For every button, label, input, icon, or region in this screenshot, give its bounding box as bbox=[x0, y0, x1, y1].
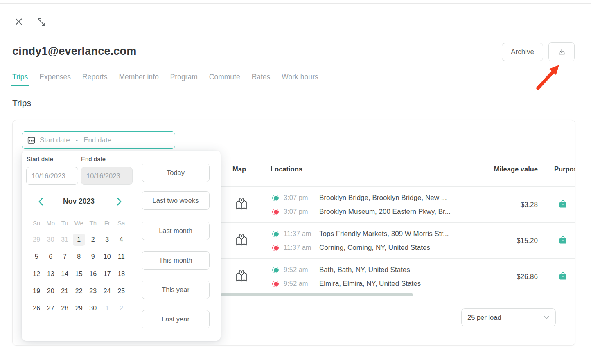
calendar-day[interactable]: 26 bbox=[29, 300, 44, 317]
calendar-day[interactable]: 3 bbox=[100, 231, 115, 248]
quick-range-this-month[interactable]: This month bbox=[142, 251, 210, 270]
column-header-map: Map bbox=[232, 165, 246, 173]
tab-member-info[interactable]: Member info bbox=[119, 73, 158, 87]
briefcase-business-icon bbox=[559, 200, 567, 208]
calendar-day[interactable]: 15 bbox=[72, 265, 86, 283]
trip-purpose-button[interactable] bbox=[559, 236, 567, 246]
tab-trips[interactable]: Trips bbox=[12, 73, 28, 87]
tab-expenses[interactable]: Expenses bbox=[39, 73, 71, 87]
next-month-button[interactable] bbox=[114, 196, 124, 208]
calendar-day[interactable]: 1 bbox=[72, 231, 86, 248]
column-header-mileage-value: Mileage value bbox=[463, 165, 538, 173]
tab-commute[interactable]: Commute bbox=[209, 73, 240, 87]
trip-map-thumbnail[interactable] bbox=[235, 269, 248, 284]
calendar-day[interactable]: 13 bbox=[44, 265, 58, 283]
calendar-day[interactable]: 5 bbox=[29, 248, 44, 265]
chevron-right-icon bbox=[116, 197, 122, 206]
trip-purpose-button[interactable] bbox=[559, 272, 567, 282]
trips-card: Map Locations Mileage value Purpose 3:07… bbox=[12, 120, 575, 346]
tab-reports[interactable]: Reports bbox=[82, 73, 107, 87]
calendar-day[interactable]: 30 bbox=[44, 231, 58, 248]
calendar-day[interactable]: 19 bbox=[29, 283, 44, 300]
calendar-day[interactable]: 10 bbox=[100, 248, 115, 265]
horizontal-scrollbar[interactable] bbox=[221, 293, 413, 296]
calendar-day[interactable]: 23 bbox=[86, 283, 100, 300]
per-page-value: 25 per load bbox=[467, 314, 544, 321]
trip-start-location: Bath, Bath, NY, United States bbox=[319, 266, 410, 274]
quick-range-today[interactable]: Today bbox=[142, 164, 210, 182]
calendar-day[interactable]: 1 bbox=[100, 300, 115, 317]
calendar-day[interactable]: 27 bbox=[44, 300, 58, 317]
trips-table: 3:07 pm Brooklyn Bridge, Brooklyn Bridge… bbox=[221, 186, 575, 294]
quick-range-last-year[interactable]: Last year bbox=[142, 310, 210, 328]
tabs-divider bbox=[2, 87, 591, 87]
trip-row[interactable]: 11:37 am Tops Friendly Markets, 309 W Mo… bbox=[221, 222, 575, 258]
tab-label: Rates bbox=[252, 73, 271, 81]
calendar-day[interactable]: 14 bbox=[58, 265, 72, 283]
trip-mileage-value: $26.86 bbox=[463, 273, 538, 281]
calendar-day[interactable]: 4 bbox=[114, 231, 129, 248]
calendar-day[interactable]: 28 bbox=[58, 300, 72, 317]
date-picker-popover: Start date End date Nov 2023 SuMoTuWeThF… bbox=[22, 151, 221, 341]
calendar-day[interactable]: 11 bbox=[114, 248, 129, 265]
calendar-day[interactable]: 18 bbox=[114, 265, 129, 283]
calendar-day[interactable]: 21 bbox=[58, 283, 72, 300]
download-button[interactable] bbox=[548, 42, 575, 61]
tab-label: Reports bbox=[82, 73, 107, 81]
calendar-day[interactable]: 30 bbox=[86, 300, 100, 317]
calendar-day[interactable]: 8 bbox=[72, 248, 86, 265]
drawer-left-border bbox=[2, 4, 2, 364]
calendar-day[interactable]: 25 bbox=[114, 283, 129, 300]
trip-mileage-value: $15.20 bbox=[463, 237, 538, 245]
tab-rates[interactable]: Rates bbox=[252, 73, 271, 87]
calendar-day[interactable]: 24 bbox=[100, 283, 115, 300]
quick-range-last-month[interactable]: Last month bbox=[142, 222, 210, 240]
calendar-day[interactable]: 29 bbox=[72, 300, 86, 317]
calendar-day[interactable]: 2 bbox=[114, 300, 129, 317]
per-page-select[interactable]: 25 per load bbox=[461, 308, 556, 326]
page-title: Trips bbox=[12, 98, 31, 108]
weekday-label: Th bbox=[86, 217, 100, 229]
date-range-separator: - bbox=[76, 137, 78, 144]
calendar-day[interactable]: 7 bbox=[58, 248, 72, 265]
trip-map-thumbnail[interactable] bbox=[235, 197, 248, 212]
trip-start-location: Brooklyn Bridge, Brooklyn Bridge, New ..… bbox=[319, 194, 447, 202]
end-date-placeholder: End date bbox=[83, 136, 111, 144]
calendar-weekday-row: SuMoTuWeThFrSa bbox=[29, 217, 129, 229]
trip-row[interactable]: 9:52 am Bath, Bath, NY, United States 9:… bbox=[221, 258, 575, 294]
end-date-input[interactable] bbox=[81, 167, 133, 185]
archive-button[interactable]: Archive bbox=[502, 43, 543, 61]
trip-start-dot-icon bbox=[272, 231, 279, 237]
expand-diagonal-icon bbox=[37, 18, 46, 27]
trip-map-thumbnail[interactable] bbox=[235, 233, 248, 248]
calendar-day[interactable]: 6 bbox=[44, 248, 58, 265]
chevron-down-icon bbox=[544, 315, 550, 319]
start-date-label: Start date bbox=[27, 155, 53, 162]
trip-row[interactable]: 3:07 pm Brooklyn Bridge, Brooklyn Bridge… bbox=[221, 186, 575, 222]
calendar-day[interactable]: 12 bbox=[29, 265, 44, 283]
date-range-field[interactable]: Start date - End date bbox=[22, 131, 175, 149]
calendar-header: Nov 2023 bbox=[22, 192, 136, 212]
tab-work-hours[interactable]: Work hours bbox=[282, 73, 318, 87]
quick-range-this-year[interactable]: This year bbox=[142, 281, 210, 299]
trip-start-time: 11:37 am bbox=[284, 230, 319, 238]
calendar-day[interactable]: 9 bbox=[86, 248, 100, 265]
calendar-day[interactable]: 16 bbox=[86, 265, 100, 283]
close-drawer-button[interactable] bbox=[15, 18, 23, 26]
quick-range-last-two-weeks[interactable]: Last two weeks bbox=[142, 191, 210, 210]
expand-drawer-button[interactable] bbox=[37, 18, 46, 27]
trip-purpose-button[interactable] bbox=[559, 200, 567, 210]
calendar-day[interactable]: 17 bbox=[100, 265, 115, 283]
tab-program[interactable]: Program bbox=[170, 73, 198, 87]
calendar-day[interactable]: 2 bbox=[86, 231, 100, 248]
weekday-label: We bbox=[72, 217, 86, 229]
trip-end-time: 3:07 pm bbox=[284, 208, 319, 216]
tab-label: Work hours bbox=[282, 73, 318, 81]
start-date-input[interactable] bbox=[26, 167, 78, 185]
calendar-day[interactable]: 20 bbox=[44, 283, 58, 300]
trip-end-location: Brooklyn Museum, 200 Eastern Pkwy, Br... bbox=[319, 208, 451, 216]
tab-label: Program bbox=[170, 73, 198, 81]
calendar-day[interactable]: 29 bbox=[29, 231, 44, 248]
calendar-day[interactable]: 22 bbox=[72, 283, 86, 300]
calendar-day[interactable]: 31 bbox=[58, 231, 72, 248]
